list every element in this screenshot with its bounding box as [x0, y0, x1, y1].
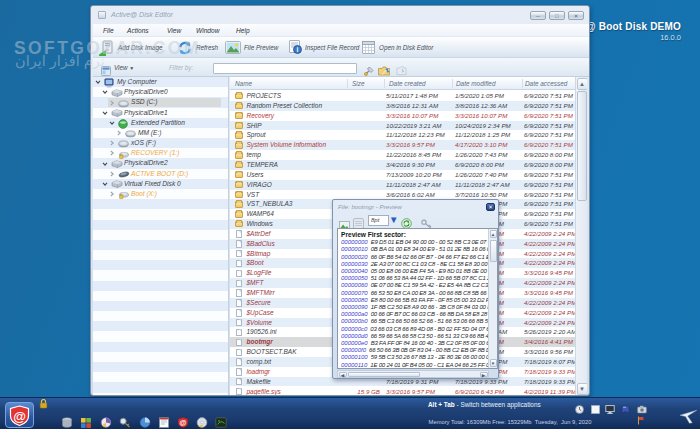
- svg-text:@: @: [13, 409, 26, 424]
- svg-text:@: @: [179, 419, 186, 426]
- svg-text:i: i: [297, 46, 299, 53]
